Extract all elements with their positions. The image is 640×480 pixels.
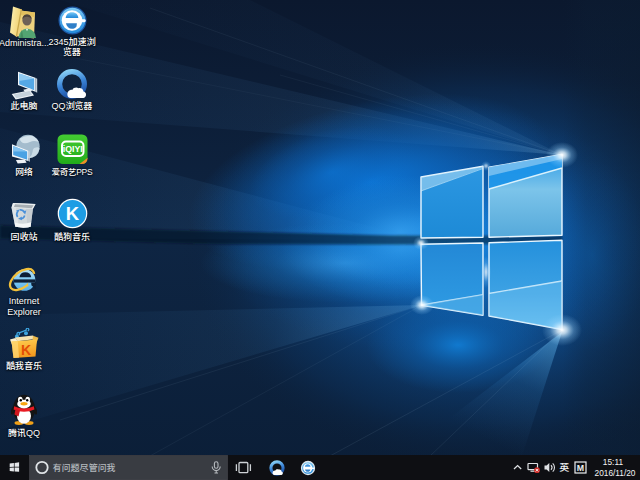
svg-text:M: M: [577, 463, 584, 473]
svg-text:iQIYI: iQIYI: [62, 144, 82, 154]
svg-text:有问题尽管问我: 有问题尽管问我: [53, 463, 116, 473]
svg-text:15:11: 15:11: [603, 457, 624, 467]
svg-text:2016/11/20: 2016/11/20: [595, 468, 636, 478]
svg-text:K: K: [65, 203, 79, 224]
svg-text:英: 英: [560, 462, 570, 473]
svg-text:K: K: [21, 342, 31, 358]
